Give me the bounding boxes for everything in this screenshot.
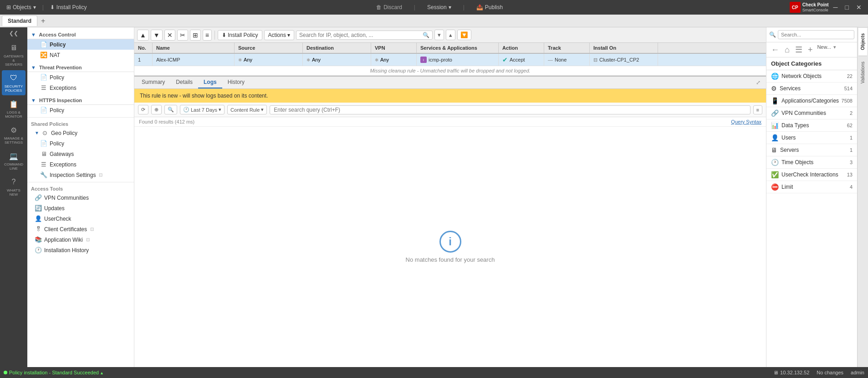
strip-tab-objects[interactable]: Objects <box>858 27 867 56</box>
install-policy-btn[interactable]: ⬇ Install Policy <box>47 3 90 11</box>
discard-btn[interactable]: 🗑 Discard <box>373 3 405 11</box>
nav-item-geo-inspection[interactable]: 🔧 Inspection Settings ⊡ <box>27 170 134 180</box>
nav-item-usercheck[interactable]: 👤 UserCheck <box>27 213 134 224</box>
nav-item-vpn[interactable]: 🔗 VPN Communities <box>27 192 134 203</box>
col-services[interactable]: Services & Applications <box>417 43 499 53</box>
btab-details[interactable]: Details <box>170 77 198 88</box>
add-tab-btn[interactable]: + <box>37 16 49 26</box>
actions-btn[interactable]: Actions ▾ <box>264 30 294 40</box>
policy-table: No. Name Source Destination VPN Services… <box>134 43 766 76</box>
objects-search-input[interactable] <box>778 30 854 39</box>
obj-label: VPN Communities <box>781 110 826 116</box>
col-no[interactable]: No. <box>134 43 153 53</box>
nav-item-geo-policy-sub[interactable]: 📄 Policy <box>27 138 134 149</box>
policy-search-input[interactable] <box>299 32 423 38</box>
rule-delete-btn[interactable]: ✕ <box>164 30 175 41</box>
sidebar-item-cmdline[interactable]: 💻 COMMAND LINE <box>2 148 26 173</box>
nav-item-policy[interactable]: 📄 Policy <box>27 39 134 50</box>
obj-category-limit[interactable]: ⛔ Limit 4 <box>766 181 857 193</box>
magnify-btn[interactable]: 🔍 <box>164 105 177 114</box>
refresh-btn[interactable]: ⟳ <box>138 105 148 114</box>
btab-logs[interactable]: Logs <box>198 77 222 88</box>
session-btn[interactable]: Session ▾ <box>424 3 454 11</box>
nav-item-tp-exceptions[interactable]: ☰ Exceptions <box>27 83 134 93</box>
nav-down-btn[interactable]: ▴ <box>446 30 455 40</box>
nav-item-geo-exceptions[interactable]: ☰ Exceptions <box>27 159 134 170</box>
status-right: 🖥 10.32.132.52 No changes admin <box>773 370 864 375</box>
minimize-btn[interactable]: ─ <box>831 3 841 11</box>
sidebar-item-security[interactable]: 🛡 SECURITY POLICIES <box>2 70 26 95</box>
obj-category-users[interactable]: 👤 Users 1 <box>766 132 857 144</box>
obj-category-time-objects[interactable]: 🕐 Time Objects 3 <box>766 156 857 169</box>
col-action[interactable]: Action <box>499 43 544 53</box>
nav-item-nat[interactable]: 🔀 NAT <box>27 50 134 60</box>
cell-track: — None <box>544 54 590 66</box>
new-rule-notice: This rule is new - will show logs based … <box>134 89 766 103</box>
install-policy-toolbar-btn[interactable]: ⬇ Install Policy <box>218 30 262 40</box>
log-menu-btn[interactable]: ≡ <box>753 105 762 114</box>
nav-home-btn[interactable]: ⌂ <box>783 44 791 55</box>
rule-add-below-btn[interactable]: ▼ <box>151 30 163 41</box>
obj-category-usercheck-interactions[interactable]: ✅ UserCheck Interactions 13 <box>766 169 857 181</box>
obj-category-servers[interactable]: 🖥 Servers 1 <box>766 144 857 156</box>
obj-label: Time Objects <box>781 159 813 166</box>
install-on-value: Cluster-CP1_CP2 <box>599 57 639 62</box>
rule-cut-btn[interactable]: ✂ <box>177 30 188 41</box>
status-user: admin <box>851 370 864 375</box>
obj-category-data-types[interactable]: 📊 Data Types 62 <box>766 119 857 132</box>
col-destination[interactable]: Destination <box>303 43 371 53</box>
obj-category-services[interactable]: ⚙ Services 514 <box>766 83 857 95</box>
nav-item-geo-policy[interactable]: ▼ ⊙ Geo Policy <box>27 128 134 138</box>
nav-item-updates[interactable]: 🔄 Updates <box>27 203 134 213</box>
nav-item-certificates[interactable]: 🎖 Client Certificates ⊡ <box>27 224 134 234</box>
content-rule-btn[interactable]: Content Rule ▾ <box>227 105 267 114</box>
time-range-btn[interactable]: 🕐 Last 7 Days ▾ <box>180 105 225 114</box>
nav-item-geo-gateways[interactable]: 🖥 Gateways <box>27 149 134 159</box>
obj-category-vpn-communities[interactable]: 🔗 VPN Communities 2 <box>766 107 857 119</box>
col-name[interactable]: Name <box>153 43 235 53</box>
obj-icon: ⛔ <box>771 183 779 191</box>
publish-btn[interactable]: 📤 Publish <box>474 3 505 11</box>
obj-category-network-objects[interactable]: 🌐 Network Objects 22 <box>766 70 857 83</box>
nav-list-btn[interactable]: ☰ <box>793 44 804 55</box>
sidebar-item-gateways[interactable]: 🖥 GATEWAYS & SERVERS <box>2 40 26 69</box>
tab-standard[interactable]: Standard <box>2 16 37 26</box>
sep2: | <box>463 4 465 10</box>
strip-tab-validations[interactable]: Validations <box>858 56 867 89</box>
col-install-on[interactable]: Install On <box>590 43 658 53</box>
objects-menu-btn[interactable]: ⊞ Objects ▾ <box>4 3 39 11</box>
nav-up-btn[interactable]: ▾ <box>434 30 444 40</box>
threat-prevention-header: ▼ Threat Prevention <box>27 62 134 72</box>
maximize-btn[interactable]: □ <box>842 3 852 11</box>
col-vpn[interactable]: VPN <box>371 43 417 53</box>
nav-item-https-policy[interactable]: 📄 Policy <box>27 105 134 115</box>
filter-btn[interactable]: 🔽 <box>457 30 471 40</box>
log-search-input[interactable] <box>274 107 746 113</box>
query-syntax-link[interactable]: Query Syntax <box>731 119 761 124</box>
col-track[interactable]: Track <box>544 43 590 53</box>
nav-back-btn[interactable]: ← <box>769 44 781 55</box>
btab-summary[interactable]: Summary <box>136 77 170 88</box>
close-btn[interactable]: ✕ <box>853 3 864 11</box>
sidebar-item-whatsnew[interactable]: ? WHAT'S NEW <box>2 174 26 199</box>
col-source[interactable]: Source <box>235 43 303 53</box>
search-log-btn[interactable]: ⊕ <box>151 105 162 114</box>
updates-label: Updates <box>44 205 65 212</box>
nav-item-appwiki[interactable]: 📚 Application Wiki ⊡ <box>27 234 134 245</box>
nav-item-install-history[interactable]: 🕐 Installation History <box>27 245 134 255</box>
https-policy-icon: 📄 <box>40 107 47 114</box>
collapse-btn[interactable]: ❮❮ <box>6 29 21 37</box>
status-chevron: ▴ <box>101 370 103 375</box>
obj-category-applications-categories[interactable]: 📱 Applications/Categories 7508 <box>766 95 857 107</box>
table-row[interactable]: 1 Alex-ICMP ✱ Any ✱ Any ✱ Any i icmp-pro… <box>134 54 766 66</box>
sidebar-item-manage[interactable]: ⚙ MANAGE & SETTINGS <box>2 122 26 147</box>
obj-category-left: 📊 Data Types <box>771 122 809 129</box>
nav-item-tp-policy[interactable]: 📄 Policy <box>27 72 134 83</box>
nav-new-btn[interactable]: + <box>806 44 815 55</box>
expand-panel-btn[interactable]: ⤢ <box>752 78 764 88</box>
rule-add-above-btn[interactable]: ▲ <box>137 30 149 41</box>
rule-copy-btn[interactable]: ⊞ <box>190 30 201 41</box>
sidebar-item-logs[interactable]: 📋 LOGS & MONITOR <box>2 96 26 121</box>
btab-history[interactable]: History <box>222 77 250 88</box>
rule-more-btn[interactable]: ≡ <box>203 30 212 41</box>
